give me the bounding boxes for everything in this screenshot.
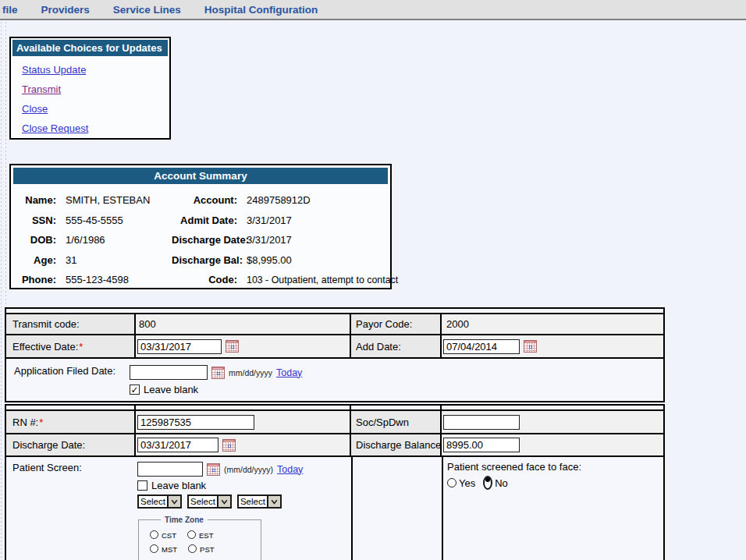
discharge-form-table: RN #:* Soc/SpDwn Discharge Date: Dischar…	[5, 404, 665, 560]
table-spacer-row	[440, 406, 663, 409]
link-close-request[interactable]: Close Request	[22, 122, 169, 134]
time-zone-legend: Time Zone	[161, 516, 208, 524]
account-summary-row: Name: SMITH, ESTEBAN Account: 2489758912…	[20, 190, 390, 211]
timezone-label-est: EST	[199, 531, 213, 540]
timezone-label-mst: MST	[162, 545, 177, 554]
patient-screen-select-2[interactable]: Select	[187, 494, 232, 509]
name-label: Name:	[20, 194, 56, 206]
timezone-radio-est[interactable]	[187, 530, 196, 539]
available-choices-panel: Available Choices for Updates Status Upd…	[9, 37, 171, 140]
payor-code-label: Payor Code:	[356, 318, 412, 330]
time-zone-fieldset: Time Zone CST EST MST PST	[138, 516, 261, 560]
account-summary-row: DOB: 1/6/1986 Discharge Date: 3/31/2017	[20, 230, 390, 250]
calendar-icon[interactable]	[207, 463, 220, 476]
required-marker: *	[39, 416, 43, 428]
table-spacer-row	[134, 406, 350, 409]
calendar-icon[interactable]	[222, 439, 236, 452]
table-spacer-row	[6, 406, 134, 409]
available-choices-title: Available Choices for Updates	[12, 40, 168, 56]
discharge-date-value: 3/31/2017	[247, 234, 390, 246]
patient-screen-date-input[interactable]	[137, 462, 203, 477]
phone-label: Phone:	[20, 274, 56, 285]
chevron-down-icon	[167, 496, 180, 507]
code-label: Code:	[172, 274, 237, 285]
discharge-bal-label: Discharge Bal:	[172, 254, 237, 266]
ssn-label: SSN:	[20, 214, 56, 226]
account-value: 2489758912D	[247, 194, 390, 206]
nav-item-file[interactable]: file	[2, 4, 18, 16]
payor-code-value: 2000	[446, 318, 469, 330]
leave-blank-label: Leave blank	[144, 384, 198, 395]
add-date-input[interactable]	[443, 339, 520, 354]
timezone-label-pst: PST	[200, 545, 214, 554]
face-to-face-radio-no[interactable]	[483, 476, 492, 490]
today-link[interactable]: Today	[276, 367, 302, 378]
leave-blank-label: Leave blank	[151, 480, 206, 491]
soc-spdwn-label: Soc/SpDwn	[356, 416, 409, 428]
application-filed-date-label: Application Filed Date:	[14, 365, 130, 377]
account-summary-row: SSN: 555-45-5555 Admit Date: 3/31/2017	[20, 211, 390, 231]
age-value: 31	[66, 254, 162, 266]
transmit-form-table: Transmit code: 800 Payor Code: 2000 Effe…	[5, 307, 665, 402]
admit-date-value: 3/31/2017	[247, 214, 390, 226]
face-to-face-yes-label: Yes	[459, 477, 475, 489]
discharge-balance-label: Discharge Balance:	[356, 439, 444, 451]
chevron-down-icon	[267, 496, 280, 507]
leave-blank-checkbox[interactable]	[130, 385, 140, 395]
rn-number-input[interactable]	[137, 415, 254, 430]
calendar-icon[interactable]	[524, 340, 537, 353]
account-summary-panel: Account Summary Name: SMITH, ESTEBAN Acc…	[9, 164, 392, 289]
name-value: SMITH, ESTEBAN	[66, 194, 162, 206]
discharge-date-label: Discharge Date:	[172, 234, 237, 246]
transmit-code-value: 800	[139, 318, 156, 330]
account-label: Account:	[172, 194, 237, 206]
account-summary-row: Phone: 555-123-4598 Code: 103 - Outpatie…	[20, 270, 390, 290]
nav-item-hospital-configuration[interactable]: Hospital Configuration	[204, 4, 318, 16]
dob-label: DOB:	[20, 234, 56, 246]
dob-value: 1/6/1986	[66, 234, 162, 246]
link-status-update[interactable]: Status Update	[22, 64, 169, 76]
ssn-value: 555-45-5555	[66, 214, 162, 226]
face-to-face-label: Patient screened face to face:	[447, 461, 663, 473]
account-summary-grid: Name: SMITH, ESTEBAN Account: 2489758912…	[11, 190, 390, 290]
date-format-hint: mm/dd/yyyy	[229, 368, 272, 377]
calendar-icon[interactable]	[211, 367, 225, 379]
discharge-bal-value: $8,995.00	[247, 254, 390, 266]
today-link[interactable]: Today	[277, 464, 303, 475]
transmit-code-label: Transmit code:	[12, 318, 80, 330]
timezone-radio-cst[interactable]	[150, 530, 158, 539]
nav-item-providers[interactable]: Providers	[41, 4, 90, 16]
calendar-icon[interactable]	[226, 340, 239, 353]
timezone-radio-pst[interactable]	[188, 544, 197, 553]
link-transmit[interactable]: Transmit	[22, 83, 169, 95]
date-format-hint: (mm/dd/yyyy)	[224, 465, 273, 474]
patient-screen-select-1[interactable]: Select	[137, 494, 182, 509]
nav-item-service-lines[interactable]: Service Lines	[113, 4, 181, 16]
link-close[interactable]: Close	[22, 103, 169, 115]
required-marker: *	[79, 341, 83, 353]
phone-value: 555-123-4598	[66, 274, 162, 285]
left-edge-decoration	[1, 22, 2, 560]
add-date-label: Add Date:	[356, 341, 401, 353]
soc-spdwn-input[interactable]	[443, 415, 520, 430]
chevron-down-icon	[217, 496, 230, 507]
top-navigation: file Providers Service Lines Hospital Co…	[0, 0, 746, 20]
account-summary-title: Account Summary	[13, 168, 388, 184]
timezone-label-cst: CST	[162, 531, 176, 540]
face-to-face-radio-yes[interactable]	[447, 478, 456, 487]
effective-date-input[interactable]	[137, 339, 222, 354]
face-to-face-no-label: No	[495, 477, 508, 489]
account-summary-row: Age: 31 Discharge Bal: $8,995.00	[20, 250, 390, 271]
discharge-balance-input[interactable]	[443, 438, 520, 452]
admit-date-label: Admit Date:	[172, 214, 237, 226]
empty-cell	[351, 457, 442, 560]
effective-date-label: Effective Date:	[12, 341, 78, 353]
discharge-date-input[interactable]	[137, 438, 218, 452]
patient-screen-label: Patient Screen:	[12, 462, 137, 473]
leave-blank-checkbox[interactable]	[137, 480, 147, 491]
patient-screen-select-3[interactable]: Select	[237, 494, 282, 509]
page: file Providers Service Lines Hospital Co…	[0, 0, 746, 560]
application-filed-date-input[interactable]	[130, 365, 208, 380]
timezone-radio-mst[interactable]	[150, 544, 158, 553]
rn-number-label: RN #:	[12, 416, 38, 428]
